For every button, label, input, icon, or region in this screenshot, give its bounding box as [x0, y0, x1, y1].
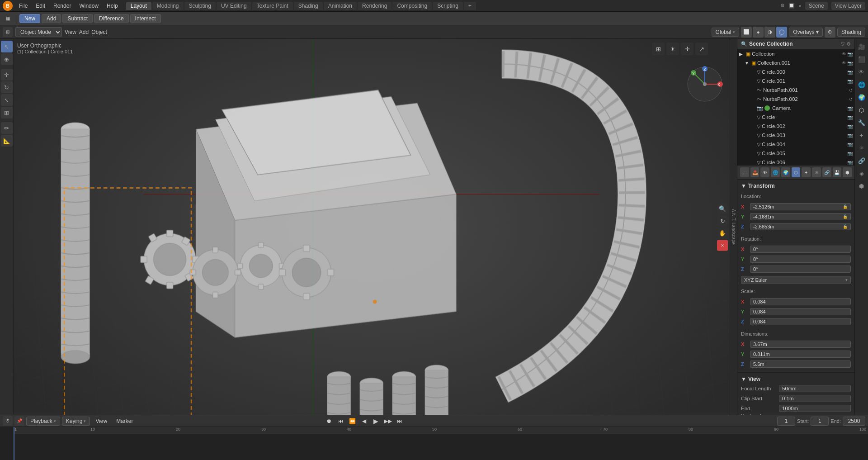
outliner-settings-icon[interactable]: ⚙ [846, 41, 851, 47]
scale-x-value[interactable]: 0.084 [750, 298, 851, 305]
end-frame[interactable]: 2500 [843, 417, 865, 426]
prop-render-icon[interactable]: 🎥 [740, 167, 749, 177]
right-icon-render[interactable]: 🎥 [856, 41, 868, 52]
playback-menu[interactable]: Playback ▾ [26, 417, 60, 426]
tab-modeling[interactable]: Modeling [152, 2, 184, 10]
current-frame[interactable]: 1 [777, 417, 795, 426]
outliner-item-circle006[interactable]: ▽ Circle.006 📷 [737, 158, 854, 166]
rot-x-value[interactable]: 0° [750, 246, 851, 253]
timeline-record-btn[interactable]: ⏺ [324, 416, 334, 426]
viewport-lights-btn[interactable]: ☀ [666, 43, 679, 55]
view-header[interactable]: ▼ View [741, 375, 851, 384]
loc-z-value[interactable]: -2.6853m 🔒 [750, 223, 851, 230]
wireframe-btn[interactable]: ⬜ [741, 27, 752, 38]
tab-shading[interactable]: Shading [294, 2, 323, 10]
dim-x-value[interactable]: 3.67m [750, 341, 851, 348]
menu-render[interactable]: Render [50, 2, 75, 10]
dim-y-value[interactable]: 0.811m [750, 351, 851, 358]
sync-icon[interactable]: ↺ [849, 88, 853, 93]
keying-menu[interactable]: Keying ▾ [62, 417, 90, 426]
right-icon-constraints[interactable]: 🔗 [856, 155, 868, 166]
right-icon-particles[interactable]: ✦ [856, 129, 868, 141]
object-mode-select[interactable]: Object Mode Edit Mode Sculpt Mode [15, 27, 62, 37]
outliner-item-collection001[interactable]: ▼ ▣ Collection.001 👁 📷 [737, 58, 854, 67]
view-mode-icon[interactable]: ⊞ [3, 27, 13, 37]
view-restrict-icon[interactable]: 📷 [847, 70, 853, 75]
tool-select[interactable]: ↖ [1, 41, 13, 52]
render-icon[interactable]: 📷 [847, 52, 853, 57]
tab-layout[interactable]: Layout [126, 2, 151, 10]
circle003-restrict[interactable]: 📷 [847, 133, 853, 138]
render-icon-2[interactable]: 📷 [847, 61, 853, 66]
timeline-track-area[interactable]: 1 10 20 30 40 50 60 70 80 90 100 [0, 427, 868, 460]
menu-view[interactable]: View [65, 29, 76, 35]
tab-sculpting[interactable]: Sculpting [184, 2, 216, 10]
add-button[interactable]: Add [42, 14, 61, 23]
right-icon-scene[interactable]: 🌐 [856, 79, 868, 90]
circle006-restrict[interactable]: 📷 [847, 160, 853, 165]
prop-physics-icon[interactable]: ⚛ [812, 167, 821, 177]
lookdev-btn[interactable]: ◑ [764, 27, 775, 38]
dim-z-value[interactable]: 5.6m [750, 360, 851, 368]
tool-measure[interactable]: 📐 [1, 135, 13, 147]
outliner-item-circle[interactable]: ▽ Circle 📷 [737, 113, 854, 122]
tab-uv-editing[interactable]: UV Editing [217, 2, 251, 10]
clip-end-value[interactable]: 1000m [779, 405, 851, 412]
mode-icon[interactable]: ▦ [3, 14, 13, 24]
solid-btn[interactable]: ● [753, 27, 764, 38]
rendered-btn[interactable]: ◯ [776, 27, 787, 38]
subtract-button[interactable]: Subtract [62, 14, 93, 23]
clip-start-value[interactable]: 0.1m [779, 395, 851, 402]
hide-icon[interactable]: 👁 [842, 52, 846, 57]
right-icon-object[interactable]: ⬡ [856, 104, 868, 116]
timeline-skip-end-btn[interactable]: ⏭ [395, 416, 405, 426]
start-frame[interactable]: 1 [811, 417, 829, 426]
prop-object-icon[interactable]: ⬡ [792, 167, 801, 177]
timeline-playhead[interactable] [14, 427, 14, 460]
rot-z-value[interactable]: 0° [750, 266, 851, 273]
tab-animation[interactable]: Animation [324, 2, 357, 10]
prop-world-icon[interactable]: 🌍 [781, 167, 790, 177]
scale-y-value[interactable]: 0.084 [750, 308, 851, 315]
transform-header[interactable]: ▼ Transform [741, 181, 851, 190]
timeline-skip-start-btn[interactable]: ⏮ [336, 416, 346, 426]
right-icon-output[interactable]: ⬛ [856, 53, 868, 65]
tool-scale[interactable]: ⤡ [1, 94, 13, 106]
circle002-restrict[interactable]: 📷 [847, 124, 853, 129]
3d-viewport[interactable]: User Orthographic (1) Collection | Circl… [14, 39, 730, 415]
viewport-pan-icon[interactable]: ✋ [717, 228, 728, 238]
tool-cursor[interactable]: ⊕ [1, 53, 13, 65]
outliner-item-circle005[interactable]: ▽ Circle.005 📷 [737, 149, 854, 158]
circle-restrict[interactable]: 📷 [847, 115, 853, 120]
right-icon-view[interactable]: 👁 [856, 66, 868, 78]
scene-selector[interactable]: Scene [805, 2, 828, 10]
difference-button[interactable]: Difference [94, 14, 128, 23]
tab-scripting[interactable]: Scripting [433, 2, 463, 10]
new-button[interactable]: New [19, 14, 40, 23]
viewport-zoom-icon[interactable]: 🔍 [717, 203, 728, 214]
scale-z-value[interactable]: 0.084 [750, 318, 851, 325]
tab-rendering[interactable]: Rendering [358, 2, 392, 10]
loc-y-value[interactable]: -4.1681m 🔒 [750, 213, 851, 220]
focal-length-value[interactable]: 50mm [779, 385, 851, 392]
timeline-prev-key-btn[interactable]: ◀ [359, 416, 369, 426]
right-icon-data[interactable]: ◈ [856, 167, 868, 179]
timeline-prev-frame-btn[interactable]: ⏪ [348, 416, 358, 426]
menu-edit[interactable]: Edit [32, 2, 49, 10]
viewport-cursor-btn[interactable]: ✛ [681, 43, 693, 55]
timeline-play-btn[interactable]: ▶ [371, 416, 381, 426]
tab-texture-paint[interactable]: Texture Paint [252, 2, 293, 10]
right-icon-physics[interactable]: ⚛ [856, 142, 868, 154]
intersect-button[interactable]: Intersect [130, 14, 161, 23]
outliner-item-circle000[interactable]: ▽ Circle.000 📷 [737, 67, 854, 76]
rotation-mode-select[interactable]: XYZ Euler ▾ [741, 276, 851, 284]
prop-view-icon[interactable]: 👁 [760, 167, 769, 177]
rot-y-value[interactable]: 0° [750, 256, 851, 263]
timeline-view-menu[interactable]: View [92, 417, 111, 425]
view-layer-selector[interactable]: View Layer [831, 2, 865, 10]
menu-help[interactable]: Help [103, 2, 122, 10]
prop-scene-icon[interactable]: 🌐 [771, 167, 780, 177]
gizmo-btn[interactable]: ⊕ [825, 27, 835, 38]
outliner-item-circle001[interactable]: ▽ Circle.001 📷 [737, 76, 854, 85]
outliner-item-nurbspath001[interactable]: 〜 NurbsPath.001 ↺ [737, 85, 854, 95]
